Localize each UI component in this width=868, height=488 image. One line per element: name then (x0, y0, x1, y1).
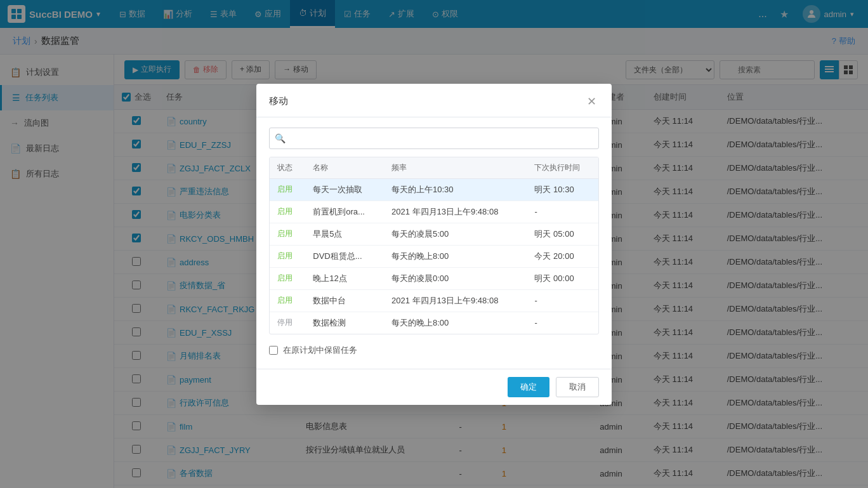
modal-body: 🔍 状态 名称 频率 下次执行时间 启用 (256, 117, 612, 369)
status-badge: 启用 (277, 207, 293, 216)
modal-plan-table: 状态 名称 频率 下次执行时间 启用 每天一次抽取 每天的上午10:30 明天 … (270, 157, 598, 334)
modal-footer: 确定 取消 (256, 369, 612, 405)
modal-search-icon: 🔍 (275, 133, 286, 143)
modal-plan-row[interactable]: 启用 早晨5点 每天的凌晨5:00 明天 05:00 (270, 223, 598, 245)
modal-overlay[interactable]: 移动 ✕ 🔍 状态 名称 频率 下次执行时间 (0, 0, 868, 488)
modal-status-cell: 启用 (270, 201, 305, 223)
modal-freq-cell: 2021 年四月13日上午9:48:08 (384, 289, 527, 312)
keep-task-checkbox-row[interactable]: 在原计划中保留任务 (269, 342, 599, 359)
modal-name-cell: 数据检测 (305, 312, 384, 334)
modal-name-cell: DVD租赁总... (305, 245, 384, 267)
modal-next-time-col: 下次执行时间 (527, 157, 598, 179)
modal-next-time-cell: - (527, 289, 598, 312)
status-badge: 启用 (277, 274, 293, 282)
modal-close-button[interactable]: ✕ (584, 94, 599, 109)
modal-plan-row[interactable]: 停用 数据检测 每天的晚上8:00 - (270, 312, 598, 334)
keep-task-label: 在原计划中保留任务 (283, 345, 357, 356)
modal-next-time-cell: 明天 10:30 (527, 178, 598, 201)
modal-next-time-cell: 今天 20:00 (527, 245, 598, 267)
modal-next-time-cell: 明天 00:00 (527, 267, 598, 289)
modal-freq-col: 频率 (384, 157, 527, 179)
status-badge: 停用 (277, 318, 293, 327)
status-badge: 启用 (277, 296, 293, 305)
modal-freq-cell: 每天的凌晨0:00 (384, 267, 527, 289)
modal-status-cell: 启用 (270, 223, 305, 245)
status-badge: 启用 (277, 251, 293, 260)
modal-header: 移动 ✕ (256, 84, 612, 117)
modal-plan-row[interactable]: 启用 数据中台 2021 年四月13日上午9:48:08 - (270, 289, 598, 312)
modal-status-cell: 启用 (270, 267, 305, 289)
modal-name-cell: 每天一次抽取 (305, 178, 384, 201)
modal-status-cell: 启用 (270, 289, 305, 312)
modal-name-cell: 前置机到ora... (305, 201, 384, 223)
modal-freq-cell: 每天的上午10:30 (384, 178, 527, 201)
modal-title: 移动 (269, 95, 288, 107)
modal-status-cell: 启用 (270, 245, 305, 267)
modal-freq-cell: 每天的晚上8:00 (384, 245, 527, 267)
modal-name-cell: 早晨5点 (305, 223, 384, 245)
modal-plan-row[interactable]: 启用 晚上12点 每天的凌晨0:00 明天 00:00 (270, 267, 598, 289)
modal-next-time-cell: 明天 05:00 (527, 223, 598, 245)
modal-name-cell: 数据中台 (305, 289, 384, 312)
modal-search-wrap: 🔍 (269, 128, 599, 149)
modal-freq-cell: 每天的晚上8:00 (384, 312, 527, 334)
modal-table-container: 状态 名称 频率 下次执行时间 启用 每天一次抽取 每天的上午10:30 明天 … (269, 157, 599, 334)
modal-freq-cell: 2021 年四月13日上午9:48:08 (384, 201, 527, 223)
cancel-button[interactable]: 取消 (556, 377, 599, 397)
modal-name-cell: 晚上12点 (305, 267, 384, 289)
status-badge: 启用 (277, 185, 293, 194)
modal-next-time-cell: - (527, 201, 598, 223)
status-badge: 启用 (277, 229, 293, 238)
modal-plan-row[interactable]: 启用 每天一次抽取 每天的上午10:30 明天 10:30 (270, 178, 598, 201)
modal-next-time-cell: - (527, 312, 598, 334)
modal-plan-row[interactable]: 启用 DVD租赁总... 每天的晚上8:00 今天 20:00 (270, 245, 598, 267)
move-modal: 移动 ✕ 🔍 状态 名称 频率 下次执行时间 (256, 84, 612, 405)
modal-status-col: 状态 (270, 157, 305, 179)
modal-search-input[interactable] (269, 128, 599, 149)
modal-plan-row[interactable]: 启用 前置机到ora... 2021 年四月13日上午9:48:08 - (270, 201, 598, 223)
modal-freq-cell: 每天的凌晨5:00 (384, 223, 527, 245)
modal-name-col: 名称 (305, 157, 384, 179)
confirm-button[interactable]: 确定 (508, 377, 549, 397)
modal-status-cell: 启用 (270, 178, 305, 201)
modal-status-cell: 停用 (270, 312, 305, 334)
keep-task-checkbox[interactable] (269, 346, 278, 355)
